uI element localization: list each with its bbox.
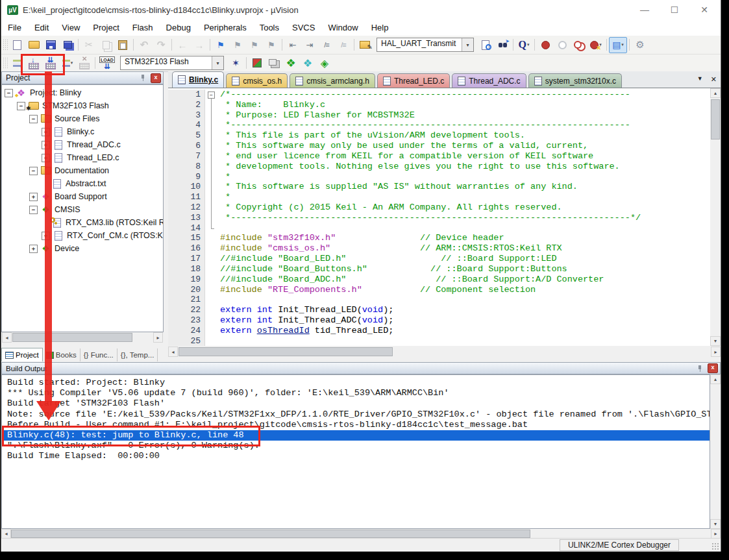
function-combo-dropdown-icon[interactable]: ▾ — [462, 38, 473, 51]
scroll-right-icon[interactable]: ▸ — [153, 332, 163, 343]
panel-tab-func[interactable]: {} Func... — [80, 348, 117, 361]
tree-item-abstract-txt[interactable]: Abstract.txt — [42, 177, 106, 190]
editor-hscrollbar[interactable]: ◂ ▸ — [168, 347, 721, 357]
expand-icon[interactable]: + — [42, 232, 50, 240]
tab-cmsis-os-h[interactable]: cmsis_os.h — [226, 73, 288, 88]
expand-icon[interactable]: + — [29, 245, 38, 253]
bp-hollow-icon[interactable] — [554, 38, 571, 53]
indent-icon[interactable] — [301, 38, 318, 53]
bp-insert-icon[interactable] — [537, 38, 554, 53]
collapse-icon[interactable]: − — [29, 167, 38, 175]
pin-icon[interactable] — [696, 365, 704, 372]
bp-disable-icon[interactable] — [571, 38, 587, 53]
copy-icon[interactable] — [97, 38, 114, 53]
new-file-icon[interactable] — [8, 38, 25, 53]
pack-installer-icon[interactable] — [316, 56, 333, 71]
cut-icon[interactable] — [80, 38, 97, 53]
bookmark-clear-icon[interactable] — [263, 38, 280, 53]
manage-rte-icon[interactable] — [282, 56, 299, 71]
menu-project[interactable]: Project — [86, 23, 125, 32]
editor-close-icon[interactable]: ✕ — [711, 75, 717, 84]
nav-back-icon[interactable] — [174, 38, 191, 53]
expand-icon[interactable]: + — [42, 141, 50, 149]
options-wand-icon[interactable] — [227, 56, 244, 71]
menu-help[interactable]: Help — [365, 23, 395, 32]
load-icon[interactable]: LOAD — [97, 56, 117, 71]
panel-tab-project[interactable]: Project — [1, 348, 43, 361]
tree-item-documentation[interactable]: −Documentation — [29, 164, 109, 177]
expand-icon[interactable]: + — [42, 154, 50, 162]
menu-debug[interactable]: Debug — [160, 23, 197, 32]
batch-dropdown-icon[interactable]: ▾ — [71, 60, 73, 66]
menu-edit[interactable]: Edit — [28, 23, 55, 32]
tree-item-device[interactable]: +Device — [29, 242, 79, 255]
q-search-dropdown-icon[interactable]: ▾ — [527, 42, 530, 47]
rebuild-icon[interactable] — [42, 56, 59, 71]
expand-icon[interactable]: + — [29, 193, 38, 201]
wrench-icon[interactable] — [632, 38, 649, 53]
target-combo[interactable]: STM32F103 Flash▾ — [120, 56, 224, 70]
comment-icon[interactable] — [318, 38, 335, 53]
editor-hscroll-thumb[interactable] — [179, 347, 393, 356]
uncomment-icon[interactable] — [335, 38, 352, 53]
bookmark-next-icon[interactable] — [246, 38, 263, 53]
menu-peripherals[interactable]: Peripherals — [197, 23, 253, 32]
binoculars-icon[interactable] — [494, 38, 511, 53]
tree-item-source-files[interactable]: −Source Files — [29, 112, 99, 125]
collapse-icon[interactable]: − — [5, 89, 13, 97]
tree-item-rtx-cm3-lib-rtos-keil-r[interactable]: RTX_CM3.lib (RTOS:Keil R — [42, 216, 164, 229]
scroll-left-icon[interactable]: ◂ — [1, 529, 11, 539]
maximize-button[interactable]: ☐ — [660, 0, 689, 19]
scroll-left-icon[interactable]: ◂ — [2, 332, 12, 343]
scroll-down-icon[interactable]: ▾ — [710, 519, 721, 529]
collapse-icon[interactable]: − — [29, 206, 38, 214]
q-search-icon[interactable]: ▾ — [515, 38, 532, 53]
manage-items-icon[interactable] — [249, 56, 266, 71]
tab-thread-led-c[interactable]: Thread_LED.c — [377, 73, 450, 88]
panel-tab-books[interactable]: Books — [43, 348, 80, 361]
menu-view[interactable]: View — [55, 23, 86, 32]
fold-margin[interactable] — [205, 90, 218, 100]
find-in-files-icon[interactable] — [356, 38, 373, 53]
collapse-icon[interactable]: − — [17, 102, 25, 110]
toolbar-gripper[interactable] — [3, 39, 8, 51]
open-icon[interactable] — [25, 38, 42, 53]
panel-tab-temp[interactable]: {}, Temp... — [117, 348, 158, 361]
project-hscroll-thumb[interactable] — [12, 333, 132, 342]
minimize-button[interactable]: — — [630, 0, 660, 19]
project-panel-close-icon[interactable]: x — [151, 73, 161, 83]
bookmark-toggle-icon[interactable] — [212, 38, 229, 53]
scroll-down-icon[interactable]: ▾ — [710, 336, 721, 346]
code-editor[interactable]: 1/*-------------------------------------… — [168, 88, 710, 346]
paste-icon[interactable] — [114, 38, 131, 53]
target-combo-dropdown-icon[interactable]: ▾ — [212, 56, 223, 69]
save-all-icon[interactable] — [59, 38, 76, 53]
tab-thread-adc-c[interactable]: Thread_ADC.c — [452, 73, 526, 88]
tree-item-rtx-conf-cm-c-rtos-ke[interactable]: +RTX_Conf_CM.c (RTOS:Ke — [42, 229, 164, 242]
multi-window-icon[interactable] — [266, 56, 282, 71]
bookmark-prev-icon[interactable] — [229, 38, 246, 53]
select-packs-icon[interactable] — [299, 56, 316, 71]
bp-kill-icon[interactable]: ▾ — [587, 38, 604, 53]
tree-item-cmsis[interactable]: −CMSIS — [29, 203, 80, 216]
build-output[interactable]: Build started: Project: Blinky*** Using … — [1, 374, 710, 529]
tree-item-blinky-c[interactable]: +Blinky.c — [42, 125, 94, 138]
tab-cmsis-armclang-h[interactable]: cmsis_armclang.h — [290, 73, 375, 88]
menu-svcs[interactable]: SVCS — [286, 23, 321, 32]
pin-icon[interactable] — [139, 74, 147, 82]
tab-blinky-c[interactable]: Blinky.c — [172, 71, 224, 88]
save-icon[interactable] — [42, 38, 59, 53]
scroll-left-icon[interactable]: ◂ — [168, 347, 178, 357]
tree-item-board-support[interactable]: +Board Support — [29, 190, 107, 203]
expand-icon[interactable]: + — [42, 128, 50, 136]
editor-vscroll-thumb[interactable] — [711, 99, 720, 140]
redo-icon[interactable] — [153, 38, 169, 53]
file-search-icon[interactable] — [477, 38, 494, 53]
scroll-up-icon[interactable]: ▴ — [710, 88, 721, 98]
build-icon[interactable] — [25, 56, 42, 71]
tab-list-dropdown-icon[interactable]: ▼ — [697, 75, 703, 84]
build-hscrollbar[interactable]: ◂ ▸ — [1, 529, 721, 539]
menu-flash[interactable]: Flash — [126, 23, 160, 32]
bp-kill-dropdown-icon[interactable]: ▾ — [599, 42, 602, 47]
build-line-highlighted[interactable]: Blinky.c(48): test: jump to Blinky.c, li… — [2, 430, 710, 441]
